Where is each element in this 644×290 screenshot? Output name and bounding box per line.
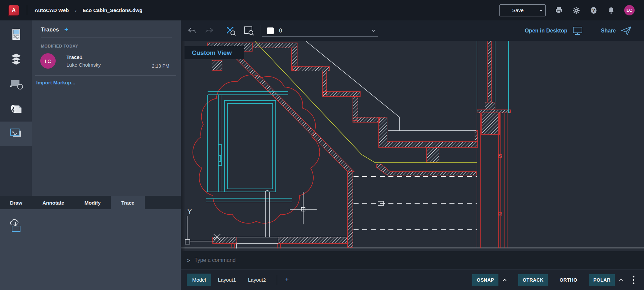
open-in-desktop-link[interactable]: Open in Desktop [525,28,567,34]
layer-color-swatch [267,27,274,34]
autocad-web-app: A AutoCAD Web › Eco Cabin_Sections.dwg S… [0,0,644,290]
rail-item-layers[interactable] [0,47,32,71]
view-label: Custom View [192,49,232,57]
traces-panel-title: Traces [41,26,59,33]
top-bar: A AutoCAD Web › Eco Cabin_Sections.dwg S… [0,0,644,20]
topbar-divider [27,5,27,15]
stair-section-hatched [208,41,511,248]
crosshair-cursor [290,192,317,224]
traces-panel: Traces + MODIFIED TODAY LC Trace1 Luke C… [32,20,181,196]
add-layout-button[interactable]: + [281,276,293,284]
command-prompt-chevron: > [187,258,190,263]
sheet-tab-model[interactable]: Model [187,274,211,286]
import-markup-link[interactable]: Import Markup... [32,76,181,85]
layer-dropdown-caret[interactable] [371,29,376,32]
send-plane-icon[interactable] [621,26,632,36]
osnap-flyout-button[interactable] [498,279,511,281]
command-bar[interactable]: > Type a command [181,251,644,270]
chevron-down-icon [371,29,376,32]
sheet-tabs-divider [277,275,277,285]
drawing-canvas[interactable]: Y [181,41,644,251]
toggle-ortho[interactable]: ORTHO [555,274,582,286]
save-split-button: Save [499,4,546,16]
trace-panel-icon [9,128,23,140]
tab-trace[interactable]: Trace [111,196,145,209]
gear-icon [572,6,580,14]
rail-item-properties[interactable] [0,22,32,47]
view-label-chip[interactable]: Custom View [184,46,244,59]
zoom-window-icon [243,25,255,36]
trace-tool-palette [0,209,181,290]
print-button[interactable] [554,6,563,15]
breadcrumb-chevron-icon: › [75,8,76,13]
dashed-lines [354,176,477,230]
undo-button[interactable] [186,25,198,37]
svg-text:Y: Y [187,208,192,215]
sheet-tab-layout2[interactable]: Layout2 [243,274,271,286]
svg-text:?: ? [592,8,595,13]
panel-tab-strip: Draw Annotate Modify Trace [0,196,181,209]
toggle-otrack[interactable]: OTRACK [518,274,548,286]
chevron-up-icon [619,279,623,281]
import-markup-cloud-icon [8,219,23,233]
chevron-up-icon [502,279,507,281]
revision-cloud [193,75,320,223]
paperclip-attach-icon [9,102,23,116]
polar-flyout-button[interactable] [615,279,627,281]
save-button[interactable]: Save [500,5,536,16]
printer-icon [555,6,563,14]
rail-item-traces[interactable] [0,122,32,146]
zoom-window-button[interactable] [243,25,255,37]
user-avatar[interactable]: LC [624,5,635,15]
status-overflow-menu-button[interactable] [627,276,638,284]
dropdown-underline [262,37,378,37]
tab-modify[interactable]: Modify [74,196,111,209]
redo-icon [205,27,214,35]
blocks-icon [9,78,23,90]
trace-list-item[interactable]: LC Trace1 Luke Cholmsky 2:13 PM [32,49,181,73]
toggle-osnap[interactable]: OSNAP [472,274,498,286]
settings-button[interactable] [572,6,581,15]
bell-icon [607,6,615,14]
zoom-extents-button[interactable] [225,25,236,37]
kebab-menu-icon [633,276,635,284]
share-link[interactable]: Share [601,28,616,34]
notifications-button[interactable] [607,6,615,15]
new-trace-button[interactable]: + [64,26,68,33]
breadcrumb-filename[interactable]: Eco Cabin_Sections.dwg [83,7,142,13]
desktop-monitor-icon[interactable] [572,26,583,35]
toolbar-divider [261,25,261,37]
layer-dropdown[interactable]: 0 [267,24,378,38]
trace-author: Luke Cholmsky [66,62,101,68]
modified-today-label: MODIFIED TODAY [32,38,181,49]
rail-item-attachments[interactable] [0,97,32,121]
rail-item-blocks[interactable] [0,72,32,96]
save-dropdown-button[interactable] [536,5,545,16]
wall-framing-lines [232,113,507,248]
drawing-viewport[interactable]: Y Custom View [181,41,644,251]
chevron-down-icon [539,9,543,12]
redo-button[interactable] [204,25,215,37]
tab-annotate[interactable]: Annotate [32,196,74,209]
avatar-initials: LC [627,8,632,13]
zoom-extents-icon [225,25,236,36]
autocad-logo-icon[interactable]: A [9,5,19,15]
command-input-placeholder[interactable]: Type a command [195,257,236,263]
trace-avatar-initials: LC [45,58,51,64]
trace-name: Trace1 [66,54,101,60]
left-tool-rail [0,20,32,196]
help-button[interactable]: ? [589,6,598,15]
tab-draw[interactable]: Draw [0,196,32,209]
properties-panel-icon [10,28,22,41]
undo-icon [187,27,197,35]
layer-value: 0 [279,28,282,34]
import-markup-tool-button[interactable] [8,219,23,233]
canvas-toolbar: 0 Open in Desktop Share [181,20,644,41]
help-icon: ? [590,6,598,14]
layers-icon [9,53,23,66]
toggle-polar[interactable]: POLAR [589,274,615,286]
breadcrumb-product[interactable]: AutoCAD Web [35,7,69,13]
sheet-tab-layout1[interactable]: Layout1 [213,274,241,286]
bottom-status-bar: Model Layout1 Layout2 + OSNAP OTRACK ORT… [181,270,644,290]
trace-avatar: LC [40,53,56,69]
